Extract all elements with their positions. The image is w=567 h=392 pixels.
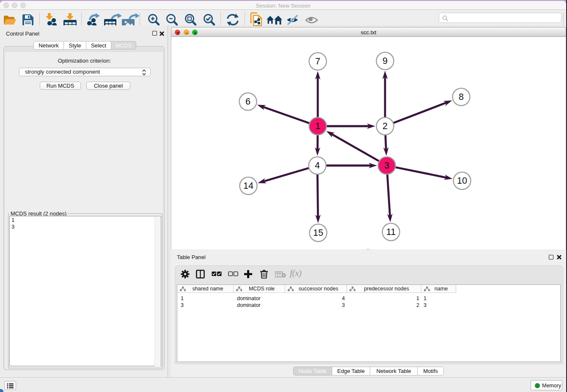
svg-text:8: 8: [459, 92, 464, 102]
svg-text:2: 2: [383, 121, 388, 131]
svg-text:3: 3: [384, 160, 389, 171]
svg-text:9: 9: [383, 56, 388, 66]
svg-text:6: 6: [245, 97, 250, 107]
svg-text:15: 15: [313, 228, 323, 238]
svg-text:11: 11: [386, 227, 396, 237]
svg-text:4: 4: [315, 160, 320, 171]
svg-text:7: 7: [315, 56, 320, 66]
svg-text:10: 10: [457, 176, 467, 186]
svg-text:14: 14: [243, 181, 253, 191]
svg-text:1: 1: [315, 121, 320, 131]
